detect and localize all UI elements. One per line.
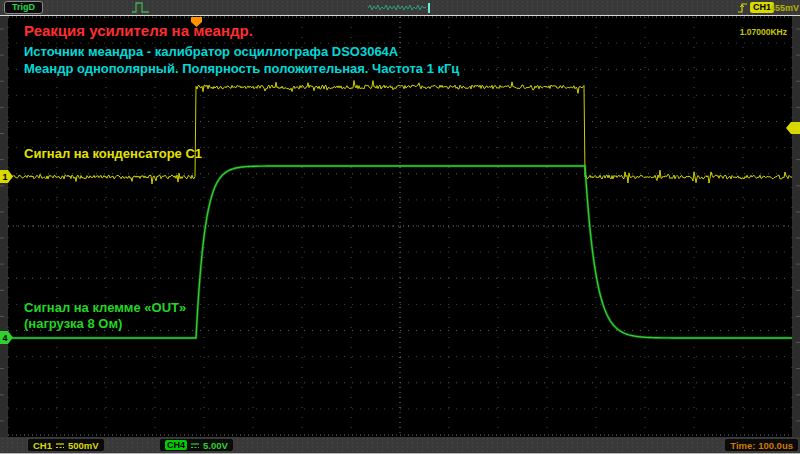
ch4-trace-label-line2: (нагрузка 8 Ом) xyxy=(24,316,186,332)
dc-coupling-icon xyxy=(190,441,200,450)
pulse-waveform-icon xyxy=(131,1,151,14)
ch1-trace-label: Сигнал на конденсаторе C1 xyxy=(24,146,202,161)
timebase-value: Time: 100.0us xyxy=(730,440,793,451)
bottom-status-bar: CH1 500mV CH4 5.00V Time: 100.0us xyxy=(0,437,800,454)
top-status-bar: TrigD CH1 455mV xyxy=(0,0,800,15)
annotation-title: Реакция усилителя на меандр. xyxy=(24,22,253,39)
dc-coupling-icon xyxy=(55,441,65,450)
timebase-readout[interactable]: Time: 100.0us xyxy=(725,439,798,451)
signal-preview-icon xyxy=(367,2,433,14)
trigger-status-badge: TrigD xyxy=(4,1,43,14)
ch1-zero-label: 1 xyxy=(3,172,8,182)
topbar-separator xyxy=(0,15,800,16)
ch4-trace-label-line1: Сигнал на клемме «OUT» xyxy=(24,300,186,316)
ch1-scale-readout[interactable]: CH1 500mV xyxy=(28,439,104,451)
ch4-zero-label: 4 xyxy=(3,333,8,343)
ch1-scale-value: 500mV xyxy=(68,440,99,451)
trigger-level-value: 455mV xyxy=(770,3,799,13)
ch1-zero-marker[interactable]: 1 xyxy=(0,170,13,183)
ch1-name: CH1 xyxy=(33,440,52,451)
ch4-scale-readout[interactable]: CH4 5.00V xyxy=(160,439,233,451)
trigger-level-marker[interactable] xyxy=(786,122,800,134)
ch4-name-badge: CH4 xyxy=(165,440,187,450)
trigger-edge-icon xyxy=(737,1,749,14)
ch4-trace-label: Сигнал на клемме «OUT» (нагрузка 8 Ом) xyxy=(24,300,186,332)
annotation-signal-info: Меандр однополярный. Полярность положите… xyxy=(24,61,459,76)
ch4-scale-value: 5.00V xyxy=(203,440,228,451)
ch4-zero-marker[interactable]: 4 xyxy=(0,331,13,344)
annotation-source: Источник меандра - калибратор осциллогра… xyxy=(24,44,398,59)
frequency-readout: 1.07000KHz xyxy=(705,27,787,37)
